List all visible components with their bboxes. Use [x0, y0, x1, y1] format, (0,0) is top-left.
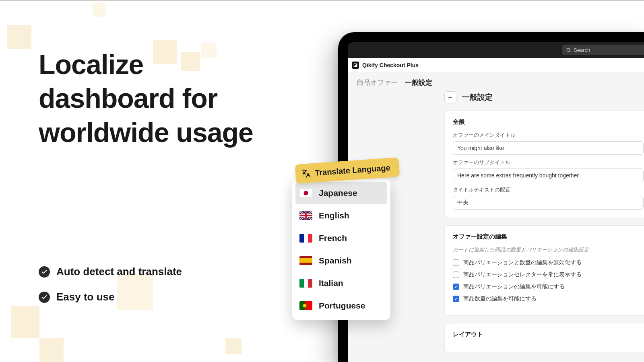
checkbox-always-show-selector[interactable] — [453, 272, 459, 278]
language-label: Japanese — [319, 188, 357, 198]
svg-line-1 — [570, 51, 570, 52]
app-bar: ◪ Qikify Checkout Plus — [348, 58, 644, 72]
feature-label: Auto detect and translate — [56, 265, 182, 278]
checkbox-label: 商品バリエーションと数量の編集を無効化する — [463, 259, 582, 266]
checkbox-label: 商品バリエーションセレクターを常に表示する — [463, 271, 582, 278]
language-label: Spanish — [319, 256, 352, 265]
tabs: 商品オファー 一般設定 — [348, 72, 644, 91]
card-title: オファー設定の編集 — [453, 233, 644, 241]
language-list: Japanese English French Spanish Italian — [292, 179, 390, 320]
card-title: 全般 — [453, 118, 644, 126]
card-layout: レイアウト — [444, 323, 644, 352]
language-item-japanese[interactable]: Japanese — [295, 182, 387, 204]
check-icon — [39, 266, 50, 278]
tab-offers[interactable]: 商品オファー — [357, 78, 398, 87]
deco-square — [39, 338, 64, 362]
back-button[interactable]: ← — [444, 91, 456, 103]
deco-square — [11, 306, 39, 338]
language-item-french[interactable]: French — [295, 227, 387, 249]
language-label: English — [319, 211, 349, 220]
app-name: Qikify Checkout Plus — [362, 62, 419, 68]
tab-general[interactable]: 一般設定 — [405, 78, 432, 87]
deco-square — [93, 3, 106, 17]
sub-title-input[interactable] — [453, 169, 644, 182]
language-label: French — [319, 233, 347, 243]
flag-fr-icon — [299, 234, 312, 243]
field-label: オファーのメインタイトル — [453, 132, 644, 139]
search-input[interactable]: Search — [562, 45, 644, 55]
feature-item: Easy to use — [39, 291, 182, 303]
check-icon — [39, 292, 50, 303]
card-offer-settings: オファー設定の編集 カートに追加した商品の数量とバリエーションの編集設定 商品バ… — [444, 225, 644, 316]
window-topbar: Search — [348, 42, 644, 58]
feature-item: Auto detect and translate — [39, 265, 182, 278]
checkbox-label: 商品数量の編集を可能にする — [463, 295, 537, 302]
svg-point-0 — [567, 48, 570, 51]
checkbox-enable-quantity-edit[interactable] — [453, 296, 459, 302]
alignment-input[interactable] — [453, 196, 644, 210]
flag-es-icon — [299, 256, 312, 265]
main-title-input[interactable] — [453, 141, 644, 155]
deco-square — [7, 25, 31, 49]
card-subtitle: カートに追加した商品の数量とバリエーションの編集設定 — [453, 246, 644, 253]
field-label: タイトルテキストの配置 — [453, 186, 644, 193]
card-title: レイアウト — [453, 331, 644, 338]
flag-it-icon — [299, 279, 312, 288]
feature-label: Easy to use — [56, 291, 115, 303]
top-border — [0, 0, 644, 0]
translate-icon — [301, 168, 311, 179]
language-item-english[interactable]: English — [295, 204, 387, 227]
flag-jp-icon — [299, 189, 312, 197]
checkbox-disable-edit[interactable] — [453, 259, 459, 266]
flag-pt-icon — [299, 301, 312, 310]
translate-label: Translate Language — [314, 163, 390, 177]
deco-square — [225, 338, 242, 354]
language-item-portuguese[interactable]: Portuguese — [295, 294, 387, 317]
language-item-spanish[interactable]: Spanish — [295, 249, 387, 272]
flag-uk-icon — [299, 211, 312, 220]
language-label: Portuguese — [319, 301, 365, 311]
language-label: Italian — [319, 278, 343, 288]
page-title: 一般設定 — [462, 92, 493, 103]
checkbox-enable-variant-edit[interactable] — [453, 284, 459, 290]
language-item-italian[interactable]: Italian — [295, 272, 387, 294]
marketing-headline: Localize dashboard for worldwide usage — [39, 47, 264, 149]
app-logo-icon: ◪ — [352, 62, 359, 69]
language-picker: Translate Language Japanese English Fren… — [292, 161, 396, 320]
field-label: オファーのサブタイトル — [453, 159, 644, 166]
search-placeholder: Search — [574, 47, 590, 53]
checkbox-label: 商品バリエーションの編集を可能にする — [463, 283, 565, 290]
card-general: 全般 オファーのメインタイトル オファーのサブタイトル タイトルテキストの配置 — [444, 111, 644, 218]
